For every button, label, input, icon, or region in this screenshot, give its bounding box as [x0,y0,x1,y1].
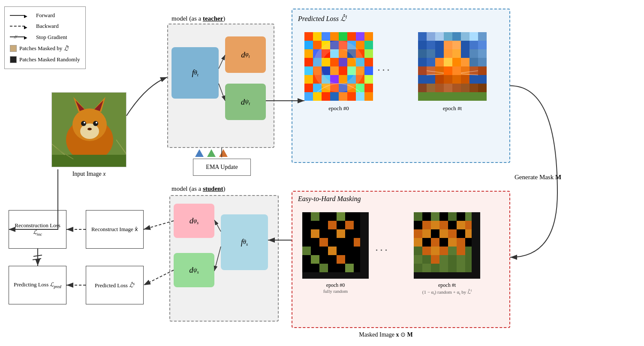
masked-image-label: Masked Image x ⊙ M [322,331,450,338]
svg-rect-189 [422,212,431,221]
svg-rect-33 [364,41,373,49]
legend-forward: ▶ Forward [10,10,80,20]
svg-rect-72 [356,84,364,92]
predicted-loss-image-0 [304,32,373,101]
svg-rect-180 [302,264,311,272]
svg-rect-93 [444,49,452,58]
svg-rect-193 [457,212,465,221]
svg-rect-225 [431,255,439,264]
ema-update-box: EMA Update [193,159,251,176]
svg-rect-214 [457,238,465,247]
svg-rect-210 [422,238,431,247]
svg-rect-181 [311,264,319,272]
epoch-t-masking-label: epoch #t [414,282,480,289]
svg-rect-140 [319,212,328,221]
svg-rect-105 [461,75,469,84]
svg-rect-45 [330,58,339,66]
reconstruction-loss-box: Reconstruction Loss ℒrec [9,210,66,249]
svg-rect-185 [345,264,354,272]
svg-rect-205 [439,229,448,238]
svg-rect-107 [452,41,461,49]
svg-rect-144 [354,212,360,221]
svg-rect-178 [345,255,354,264]
svg-point-9 [93,121,98,126]
svg-rect-138 [302,212,311,221]
svg-rect-207 [457,229,465,238]
svg-rect-170 [337,247,345,255]
patches-masked-by-label: Patches Masked by ℒ̂t [19,43,69,54]
svg-rect-77 [330,92,339,101]
svg-rect-191 [439,212,448,221]
svg-rect-143 [345,212,354,221]
svg-rect-13 [52,155,126,167]
svg-rect-166 [302,247,311,255]
svg-rect-99 [461,58,469,66]
svg-rect-212 [439,238,448,247]
ema-label: EMA Update [206,164,238,171]
svg-rect-84 [418,32,427,41]
svg-rect-167 [311,247,319,255]
svg-rect-132 [452,84,461,92]
svg-rect-219 [439,247,448,255]
svg-point-8 [81,121,86,126]
svg-rect-57 [364,66,373,75]
svg-rect-74 [304,92,313,101]
svg-rect-95 [452,49,461,58]
pred-loss-hat-text: Predicted Loss ℒ̂s [95,281,135,289]
svg-rect-208 [465,229,472,238]
svg-rect-89 [461,32,469,41]
svg-rect-190 [431,212,439,221]
svg-rect-58 [304,75,313,84]
svg-rect-87 [444,32,452,41]
svg-rect-116 [418,58,427,66]
svg-rect-160 [311,238,319,247]
svg-rect-86 [435,32,444,41]
svg-rect-235 [457,264,465,272]
svg-rect-234 [448,264,457,272]
predicted-loss-title: Predicted Loss ℒ̂t [298,14,347,23]
svg-rect-186 [354,264,360,272]
svg-rect-213 [448,238,457,247]
ema-tri-orange [219,149,228,157]
svg-rect-204 [431,229,439,238]
epoch-0-teacher-label: epoch #0 [304,105,373,112]
svg-rect-223 [414,255,422,264]
svg-rect-159 [302,238,311,247]
svg-rect-147 [319,221,328,229]
svg-rect-156 [337,229,345,238]
ema-tri-green [207,149,216,157]
input-image-label: Input Image x [56,171,122,178]
epoch-t-teacher-label: epoch #t [418,105,487,112]
epoch-0-masking-text: epoch #0 [326,282,345,288]
svg-rect-218 [431,247,439,255]
svg-rect-211 [431,238,439,247]
svg-rect-229 [465,255,472,264]
svg-rect-141 [328,212,337,221]
pred-loss-text: Predicting Loss ℒpred [14,281,61,289]
f-theta-teacher-block: fθt [172,47,219,99]
svg-rect-220 [448,247,457,255]
ema-triangles [195,149,228,157]
svg-rect-228 [457,255,465,264]
svg-point-10 [84,122,85,123]
svg-rect-136 [418,92,487,101]
svg-rect-139 [311,212,319,221]
svg-rect-78 [339,92,347,101]
svg-rect-201 [465,221,472,229]
svg-rect-153 [311,229,319,238]
svg-rect-119 [478,58,487,66]
svg-rect-111 [478,41,487,49]
svg-rect-25 [364,32,373,41]
svg-rect-142 [337,212,345,221]
stop-gradient-label: Stop Gradient [36,32,67,42]
svg-rect-151 [354,221,360,229]
svg-rect-65 [364,75,373,84]
easy-hard-title: Easy-to-Hard Masking [298,195,361,203]
svg-rect-182 [319,264,328,272]
generate-mask-label: Generate Mask M [515,174,561,181]
fox-image [51,92,126,167]
svg-rect-110 [469,41,478,49]
svg-rect-104 [435,75,444,84]
d-psi-student-block: dψs [174,253,214,287]
svg-rect-226 [439,255,448,264]
